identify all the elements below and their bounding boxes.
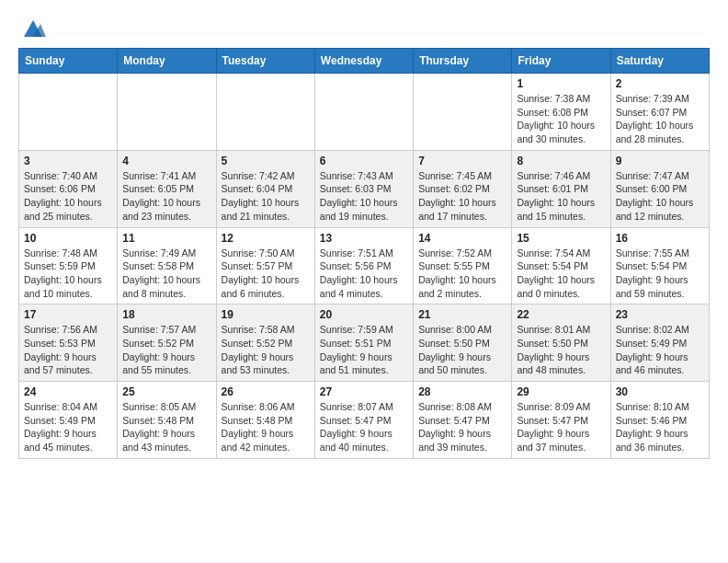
day-number: 15 bbox=[517, 232, 605, 245]
calendar-cell: 10Sunrise: 7:48 AM Sunset: 5:59 PM Dayli… bbox=[19, 227, 118, 304]
calendar-cell: 7Sunrise: 7:45 AM Sunset: 6:02 PM Daylig… bbox=[414, 150, 512, 227]
day-info: Sunrise: 7:47 AM Sunset: 6:00 PM Dayligh… bbox=[616, 169, 704, 224]
day-number: 24 bbox=[24, 385, 112, 398]
calendar-cell: 21Sunrise: 8:00 AM Sunset: 5:50 PM Dayli… bbox=[414, 304, 512, 382]
day-info: Sunrise: 8:00 AM Sunset: 5:50 PM Dayligh… bbox=[418, 323, 506, 377]
day-info: Sunrise: 7:46 AM Sunset: 6:01 PM Dayligh… bbox=[517, 169, 605, 224]
day-info: Sunrise: 8:04 AM Sunset: 5:49 PM Dayligh… bbox=[24, 400, 112, 454]
day-info: Sunrise: 8:06 AM Sunset: 5:48 PM Dayligh… bbox=[222, 400, 310, 454]
calendar-cell bbox=[118, 74, 216, 151]
day-number: 25 bbox=[122, 385, 210, 398]
calendar-cell: 22Sunrise: 8:01 AM Sunset: 5:50 PM Dayli… bbox=[512, 304, 610, 382]
logo bbox=[18, 15, 46, 40]
day-info: Sunrise: 7:45 AM Sunset: 6:02 PM Dayligh… bbox=[418, 169, 506, 224]
calendar-cell: 13Sunrise: 7:51 AM Sunset: 5:56 PM Dayli… bbox=[314, 227, 413, 304]
weekday-header-wednesday: Wednesday bbox=[314, 49, 413, 74]
day-number: 9 bbox=[616, 155, 704, 167]
day-info: Sunrise: 7:57 AM Sunset: 5:52 PM Dayligh… bbox=[122, 323, 210, 377]
day-info: Sunrise: 7:48 AM Sunset: 5:59 PM Dayligh… bbox=[24, 247, 112, 301]
day-number: 11 bbox=[122, 232, 210, 245]
day-number: 30 bbox=[616, 385, 704, 398]
day-number: 14 bbox=[418, 232, 506, 245]
page-wrapper: SundayMondayTuesdayWednesdayThursdayFrid… bbox=[18, 15, 710, 459]
calendar-cell bbox=[414, 74, 512, 151]
day-info: Sunrise: 7:49 AM Sunset: 5:58 PM Dayligh… bbox=[122, 247, 210, 301]
day-number: 18 bbox=[122, 308, 210, 321]
day-number: 21 bbox=[418, 308, 506, 321]
calendar-cell: 11Sunrise: 7:49 AM Sunset: 5:58 PM Dayli… bbox=[118, 227, 216, 304]
day-number: 8 bbox=[517, 155, 605, 167]
calendar-cell: 25Sunrise: 8:05 AM Sunset: 5:48 PM Dayli… bbox=[118, 382, 216, 459]
calendar-cell: 20Sunrise: 7:59 AM Sunset: 5:51 PM Dayli… bbox=[314, 304, 413, 382]
calendar-cell bbox=[19, 74, 118, 151]
page-header bbox=[18, 15, 710, 40]
calendar-cell: 28Sunrise: 8:08 AM Sunset: 5:47 PM Dayli… bbox=[414, 382, 512, 459]
day-info: Sunrise: 7:54 AM Sunset: 5:54 PM Dayligh… bbox=[517, 247, 605, 301]
day-number: 6 bbox=[320, 155, 408, 167]
day-number: 22 bbox=[517, 308, 605, 321]
logo-icon bbox=[20, 15, 46, 40]
calendar-cell: 12Sunrise: 7:50 AM Sunset: 5:57 PM Dayli… bbox=[216, 227, 314, 304]
calendar-cell: 4Sunrise: 7:41 AM Sunset: 6:05 PM Daylig… bbox=[118, 150, 216, 227]
day-info: Sunrise: 7:41 AM Sunset: 6:05 PM Dayligh… bbox=[122, 169, 210, 224]
day-number: 28 bbox=[418, 385, 506, 398]
calendar-cell: 15Sunrise: 7:54 AM Sunset: 5:54 PM Dayli… bbox=[512, 227, 610, 304]
day-number: 12 bbox=[222, 232, 310, 245]
weekday-header-sunday: Sunday bbox=[19, 49, 118, 74]
day-info: Sunrise: 7:40 AM Sunset: 6:06 PM Dayligh… bbox=[24, 169, 112, 224]
day-info: Sunrise: 7:43 AM Sunset: 6:03 PM Dayligh… bbox=[320, 169, 408, 224]
calendar-cell: 26Sunrise: 8:06 AM Sunset: 5:48 PM Dayli… bbox=[216, 382, 314, 459]
day-number: 23 bbox=[616, 308, 704, 321]
day-info: Sunrise: 7:38 AM Sunset: 6:08 PM Dayligh… bbox=[517, 92, 605, 146]
calendar-cell bbox=[216, 74, 314, 151]
calendar-cell: 2Sunrise: 7:39 AM Sunset: 6:07 PM Daylig… bbox=[610, 74, 709, 151]
day-info: Sunrise: 8:01 AM Sunset: 5:50 PM Dayligh… bbox=[517, 323, 605, 377]
day-info: Sunrise: 7:56 AM Sunset: 5:53 PM Dayligh… bbox=[24, 323, 112, 377]
day-info: Sunrise: 7:42 AM Sunset: 6:04 PM Dayligh… bbox=[222, 169, 310, 224]
day-number: 13 bbox=[320, 232, 408, 245]
day-number: 7 bbox=[418, 155, 506, 167]
week-row-4: 17Sunrise: 7:56 AM Sunset: 5:53 PM Dayli… bbox=[19, 304, 710, 382]
calendar-cell: 6Sunrise: 7:43 AM Sunset: 6:03 PM Daylig… bbox=[314, 150, 413, 227]
day-info: Sunrise: 8:07 AM Sunset: 5:47 PM Dayligh… bbox=[320, 400, 408, 454]
calendar-cell: 24Sunrise: 8:04 AM Sunset: 5:49 PM Dayli… bbox=[19, 382, 118, 459]
weekday-header-tuesday: Tuesday bbox=[216, 49, 314, 74]
day-number: 16 bbox=[616, 232, 704, 245]
calendar-cell: 8Sunrise: 7:46 AM Sunset: 6:01 PM Daylig… bbox=[512, 150, 610, 227]
calendar-cell: 19Sunrise: 7:58 AM Sunset: 5:52 PM Dayli… bbox=[216, 304, 314, 382]
day-info: Sunrise: 7:50 AM Sunset: 5:57 PM Dayligh… bbox=[222, 247, 310, 301]
calendar-cell: 29Sunrise: 8:09 AM Sunset: 5:47 PM Dayli… bbox=[512, 382, 610, 459]
weekday-header-saturday: Saturday bbox=[610, 49, 709, 74]
day-number: 19 bbox=[222, 308, 310, 321]
day-number: 5 bbox=[222, 155, 310, 167]
calendar-cell: 23Sunrise: 8:02 AM Sunset: 5:49 PM Dayli… bbox=[610, 304, 709, 382]
day-info: Sunrise: 7:51 AM Sunset: 5:56 PM Dayligh… bbox=[320, 247, 408, 301]
day-info: Sunrise: 7:39 AM Sunset: 6:07 PM Dayligh… bbox=[616, 92, 704, 146]
calendar-cell: 5Sunrise: 7:42 AM Sunset: 6:04 PM Daylig… bbox=[216, 150, 314, 227]
calendar-cell: 18Sunrise: 7:57 AM Sunset: 5:52 PM Dayli… bbox=[118, 304, 216, 382]
day-info: Sunrise: 8:02 AM Sunset: 5:49 PM Dayligh… bbox=[616, 323, 704, 377]
calendar-cell: 14Sunrise: 7:52 AM Sunset: 5:55 PM Dayli… bbox=[414, 227, 512, 304]
day-info: Sunrise: 8:10 AM Sunset: 5:46 PM Dayligh… bbox=[616, 400, 704, 454]
calendar-cell: 27Sunrise: 8:07 AM Sunset: 5:47 PM Dayli… bbox=[314, 382, 413, 459]
calendar-cell bbox=[314, 74, 413, 151]
day-number: 10 bbox=[24, 232, 112, 245]
week-row-1: 1Sunrise: 7:38 AM Sunset: 6:08 PM Daylig… bbox=[19, 74, 710, 151]
weekday-header-friday: Friday bbox=[512, 49, 610, 74]
day-number: 27 bbox=[320, 385, 408, 398]
day-number: 3 bbox=[24, 155, 112, 167]
calendar-cell: 1Sunrise: 7:38 AM Sunset: 6:08 PM Daylig… bbox=[512, 74, 610, 151]
day-number: 17 bbox=[24, 308, 112, 321]
weekday-header-monday: Monday bbox=[118, 49, 216, 74]
day-info: Sunrise: 8:09 AM Sunset: 5:47 PM Dayligh… bbox=[517, 400, 605, 454]
weekday-header-thursday: Thursday bbox=[414, 49, 512, 74]
day-info: Sunrise: 7:58 AM Sunset: 5:52 PM Dayligh… bbox=[222, 323, 310, 377]
calendar-cell: 9Sunrise: 7:47 AM Sunset: 6:00 PM Daylig… bbox=[610, 150, 709, 227]
day-number: 1 bbox=[517, 77, 605, 90]
weekday-header-row: SundayMondayTuesdayWednesdayThursdayFrid… bbox=[19, 49, 710, 74]
calendar-cell: 17Sunrise: 7:56 AM Sunset: 5:53 PM Dayli… bbox=[19, 304, 118, 382]
day-info: Sunrise: 7:52 AM Sunset: 5:55 PM Dayligh… bbox=[418, 247, 506, 301]
day-number: 26 bbox=[222, 385, 310, 398]
calendar-table: SundayMondayTuesdayWednesdayThursdayFrid… bbox=[18, 48, 710, 459]
calendar-cell: 16Sunrise: 7:55 AM Sunset: 5:54 PM Dayli… bbox=[610, 227, 709, 304]
